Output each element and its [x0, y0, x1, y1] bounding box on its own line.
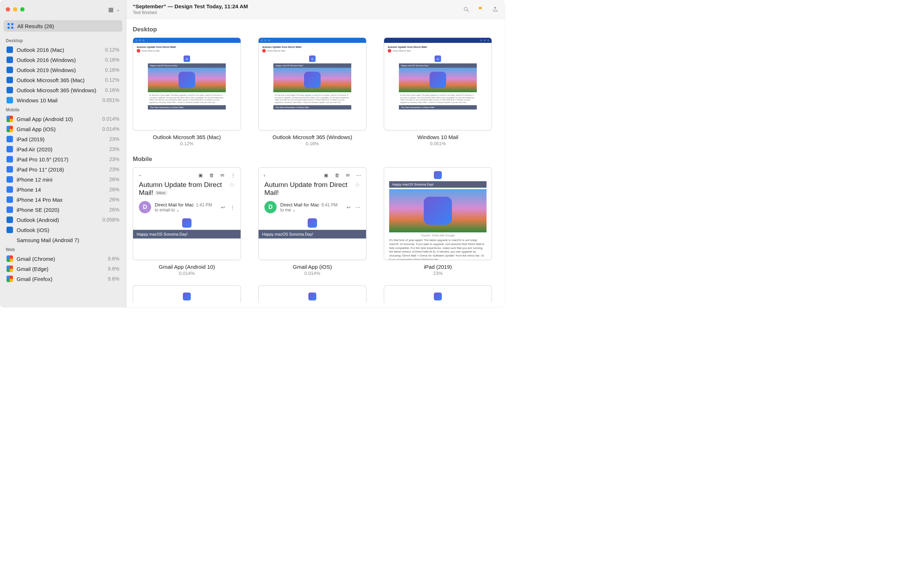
- client-icon: [6, 266, 13, 272]
- share-icon[interactable]: [492, 6, 498, 13]
- sidebar-item[interactable]: iPhone 14 Pro Max26%: [3, 194, 123, 205]
- sidebar-list[interactable]: All Results (28)DesktopOutlook 2016 (Mac…: [0, 19, 126, 307]
- result-card[interactable]: ← ▣ 🗑 ✉ ⋮ Autumn Update from Direct Mail…: [133, 167, 241, 276]
- sidebar-item-label: iPhone 12 mini: [16, 176, 52, 183]
- sidebar-item-label: iPhone 14 Pro Max: [16, 197, 63, 203]
- sidebar-item[interactable]: iPhone SE (2020)26%: [3, 205, 123, 215]
- close-window-button[interactable]: [6, 7, 10, 12]
- sidebar-item[interactable]: Outlook Microsoft 365 (Windows)0.16%: [3, 85, 123, 95]
- flag-icon[interactable]: [477, 6, 484, 13]
- sidebar-item-pct: 9.6%: [108, 266, 119, 272]
- result-thumbnail[interactable]: Autumn Update from Direct Mail! Direct M…: [133, 37, 241, 130]
- sidebar-item-pct: 0.014%: [102, 116, 119, 122]
- sidebar-item[interactable]: iPad Air (2020)23%: [3, 144, 123, 154]
- sidebar-item-label: Samsung Mail (Android 7): [16, 237, 79, 243]
- sidebar-item-pct: 0.16%: [105, 57, 119, 63]
- window-titlebar: ▦ ⌄: [0, 0, 126, 19]
- sidebar-item-pct: 23%: [109, 156, 119, 162]
- client-icon: [6, 186, 13, 193]
- sidebar-item[interactable]: iPad Pro 11″ (2018)23%: [3, 164, 123, 174]
- sidebar-item[interactable]: Outlook 2019 (Windows)0.16%: [3, 65, 123, 75]
- result-pct: 0.16%: [258, 141, 366, 146]
- sidebar-all-results[interactable]: All Results (28): [4, 20, 122, 32]
- client-icon: [6, 156, 13, 163]
- trash-icon: 🗑: [209, 173, 214, 178]
- sidebar-item-label: Gmail (Edge): [16, 266, 48, 272]
- more-icon: ⋮: [231, 173, 236, 178]
- sidebar-item-pct: 0.16%: [105, 87, 119, 93]
- sidebar-item-label: Gmail (Firefox): [16, 276, 52, 282]
- preview-from-row: D Direct Mail for Mac5:41 PMto me ⌄ ↩⋯: [259, 199, 366, 215]
- result-card[interactable]: ‹ ▣ 🗑 ✉ ⋯ Autumn Update from Direct Mail…: [258, 167, 366, 276]
- sidebar-all-results-label: All Results (28): [17, 23, 54, 29]
- sidebar-item-label: Gmail App (Android 10): [16, 116, 73, 122]
- sidebar-item[interactable]: Outlook Microsoft 365 (Mac)0.12%: [3, 75, 123, 85]
- view-mode-menu[interactable]: ▦ ⌄: [108, 6, 120, 13]
- sidebar-item[interactable]: Outlook (Android)0.058%: [3, 215, 123, 225]
- sidebar-item-pct: 26%: [109, 197, 119, 202]
- sidebar-item[interactable]: Outlook 2016 (Windows)0.16%: [3, 55, 123, 65]
- sidebar-section-label: Web: [3, 245, 123, 254]
- sidebar-item[interactable]: Gmail (Firefox)9.6%: [3, 274, 123, 284]
- sidebar-item-label: Gmail (Chrome): [16, 256, 55, 262]
- chevron-down-icon: ⌄: [116, 7, 120, 12]
- result-card[interactable]: Happy macOS Sonoma Day! Source: Think wi…: [384, 167, 492, 276]
- results-grid[interactable]: Desktop Autumn Update from Direct Mail! …: [126, 19, 505, 307]
- sidebar-item-label: Windows 10 Mail: [16, 97, 57, 103]
- result-card[interactable]: [133, 285, 241, 303]
- sidebar-item-label: Outlook (Android): [16, 217, 59, 223]
- sidebar-item-pct: 23%: [109, 136, 119, 142]
- main-panel: “September” — Design Test Today, 11:24 A…: [126, 0, 505, 307]
- archive-icon: ▣: [198, 173, 203, 178]
- sidebar-item[interactable]: Gmail App (Android 10)0.014%: [3, 114, 123, 124]
- result-pct: 0.014%: [258, 271, 366, 276]
- result-card[interactable]: Autumn Update from Direct Mail! Direct M…: [384, 37, 492, 146]
- sidebar-item[interactable]: Samsung Mail (Android 7): [3, 235, 123, 245]
- result-thumbnail[interactable]: ‹ ▣ 🗑 ✉ ⋯ Autumn Update from Direct Mail…: [258, 167, 366, 260]
- sidebar-item-label: Outlook Microsoft 365 (Mac): [16, 77, 84, 83]
- sidebar-item[interactable]: Gmail (Edge)9.6%: [3, 264, 123, 274]
- result-thumbnail[interactable]: Autumn Update from Direct Mail! Direct M…: [258, 37, 366, 130]
- sidebar-item-label: iPad Pro 10.5″ (2017): [16, 156, 69, 163]
- preview-mobile-toolbar: ← ▣ 🗑 ✉ ⋮: [133, 167, 240, 181]
- results-group-title: Mobile: [133, 155, 498, 163]
- sidebar-item[interactable]: Gmail App (iOS)0.014%: [3, 124, 123, 134]
- sidebar-item-label: Gmail App (iOS): [16, 126, 56, 132]
- result-thumbnail[interactable]: Happy macOS Sonoma Day! Source: Think wi…: [384, 167, 492, 260]
- preview-subject: Autumn Update from Direct Mail!Inbox☆: [133, 181, 240, 199]
- client-icon: [6, 136, 13, 142]
- more-icon: ⋮: [230, 205, 235, 210]
- result-caption: Outlook Microsoft 365 (Windows): [258, 134, 366, 140]
- client-icon: [6, 77, 13, 83]
- grid-icon: ▦: [108, 6, 114, 13]
- result-card[interactable]: Autumn Update from Direct Mail! Direct M…: [133, 37, 241, 146]
- sidebar-item[interactable]: iPad Pro 10.5″ (2017)23%: [3, 154, 123, 164]
- result-card[interactable]: [384, 285, 492, 303]
- search-icon[interactable]: [463, 6, 470, 13]
- sidebar-item[interactable]: Outlook (iOS): [3, 225, 123, 235]
- client-icon: [6, 87, 13, 93]
- result-card[interactable]: Autumn Update from Direct Mail! Direct M…: [258, 37, 366, 146]
- result-caption: Outlook Microsoft 365 (Mac): [133, 134, 241, 140]
- sidebar-item-pct: 26%: [109, 187, 119, 192]
- sidebar-item[interactable]: Gmail (Chrome)9.6%: [3, 254, 123, 264]
- result-card[interactable]: [258, 285, 366, 303]
- sidebar-item[interactable]: iPhone 1426%: [3, 184, 123, 194]
- fullscreen-window-button[interactable]: [20, 7, 24, 12]
- result-thumbnail[interactable]: Autumn Update from Direct Mail! Direct M…: [384, 37, 492, 130]
- sidebar-item[interactable]: iPhone 12 mini26%: [3, 174, 123, 184]
- result-thumbnail[interactable]: ← ▣ 🗑 ✉ ⋮ Autumn Update from Direct Mail…: [133, 167, 241, 260]
- sidebar-item[interactable]: Windows 10 Mail0.051%: [3, 95, 123, 105]
- result-pct: 0.12%: [133, 141, 241, 146]
- minimize-window-button[interactable]: [13, 7, 17, 12]
- svg-line-5: [467, 10, 469, 12]
- sidebar-item-pct: 9.6%: [108, 256, 119, 262]
- svg-rect-0: [8, 23, 10, 25]
- sidebar-item[interactable]: iPad (2019)23%: [3, 134, 123, 144]
- sidebar-item[interactable]: Outlook 2016 (Mac)0.12%: [3, 45, 123, 55]
- result-pct: 23%: [384, 271, 492, 276]
- sidebar-item-pct: 23%: [109, 146, 119, 152]
- svg-point-4: [464, 7, 467, 10]
- archive-icon: ▣: [324, 173, 328, 178]
- sidebar-item-label: Outlook 2016 (Mac): [16, 47, 64, 53]
